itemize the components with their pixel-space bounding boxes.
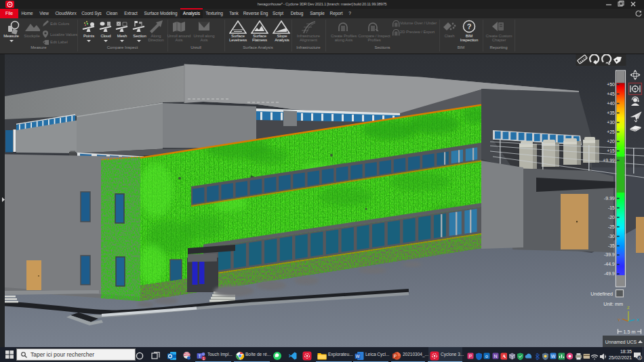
svg-text:W: W [551, 354, 556, 359]
svg-text:+45: +45 [607, 92, 615, 96]
svg-text:P: P [469, 354, 472, 359]
svg-text:Y: Y [618, 318, 620, 322]
svg-text:+30: +30 [607, 120, 615, 125]
svg-text:+35: +35 [607, 110, 615, 115]
svg-text:-15: -15 [608, 205, 615, 210]
svg-text:+9.99: +9.99 [603, 158, 615, 163]
svg-text:+15: +15 [607, 148, 615, 153]
svg-text:P: P [394, 354, 397, 359]
svg-text:Unit: mm: Unit: mm [603, 301, 623, 307]
svg-text:X: X [637, 318, 639, 322]
svg-text:-39.9: -39.9 [604, 252, 615, 257]
svg-text:T: T [199, 354, 201, 359]
svg-text:-44.9: -44.9 [604, 262, 615, 266]
svg-text:-20: -20 [608, 215, 615, 220]
svg-text:o: o [486, 354, 489, 359]
svg-text:-30: -30 [608, 234, 615, 239]
svg-text:-9.99: -9.99 [604, 196, 615, 201]
svg-text:+25: +25 [607, 129, 615, 134]
svg-text:+50: +50 [607, 82, 615, 87]
svg-text:-35: -35 [608, 243, 615, 248]
svg-text:1: 1 [203, 357, 205, 361]
svg-text:1.5 m: 1.5 m [624, 329, 636, 335]
svg-text:N: N [494, 354, 497, 359]
svg-text:Undefined: Undefined [590, 291, 613, 297]
svg-text:Z: Z [627, 306, 630, 310]
svg-text:Unnamed UCS: Unnamed UCS [605, 340, 637, 344]
svg-text:+40: +40 [607, 101, 615, 106]
svg-text:W: W [355, 354, 360, 359]
svg-text:?: ? [467, 22, 472, 31]
svg-text:+20: +20 [607, 139, 615, 144]
svg-text:-25: -25 [608, 224, 615, 229]
svg-text:-49.9: -49.9 [604, 271, 615, 276]
